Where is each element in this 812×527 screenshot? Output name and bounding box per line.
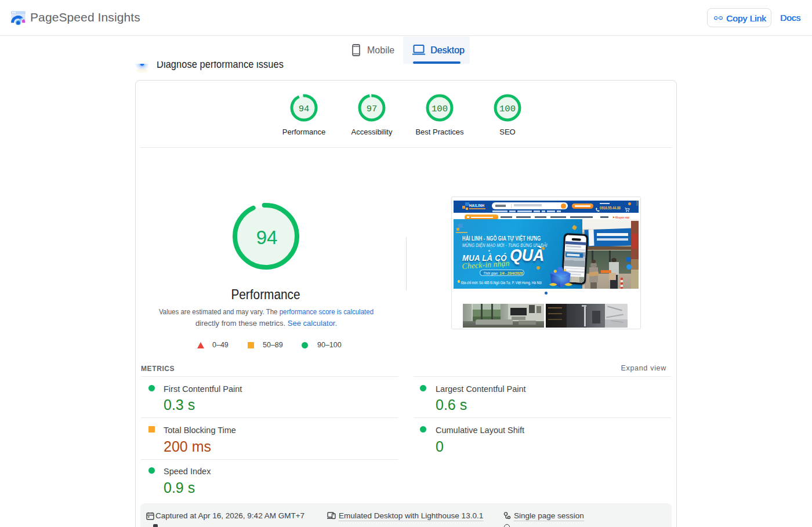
svg-text:100: 100 — [499, 104, 516, 114]
svg-text:94: 94 — [256, 227, 278, 248]
svg-text:100: 100 — [432, 104, 448, 114]
svg-text:97: 97 — [367, 104, 378, 114]
svg-text:94: 94 — [299, 104, 310, 114]
